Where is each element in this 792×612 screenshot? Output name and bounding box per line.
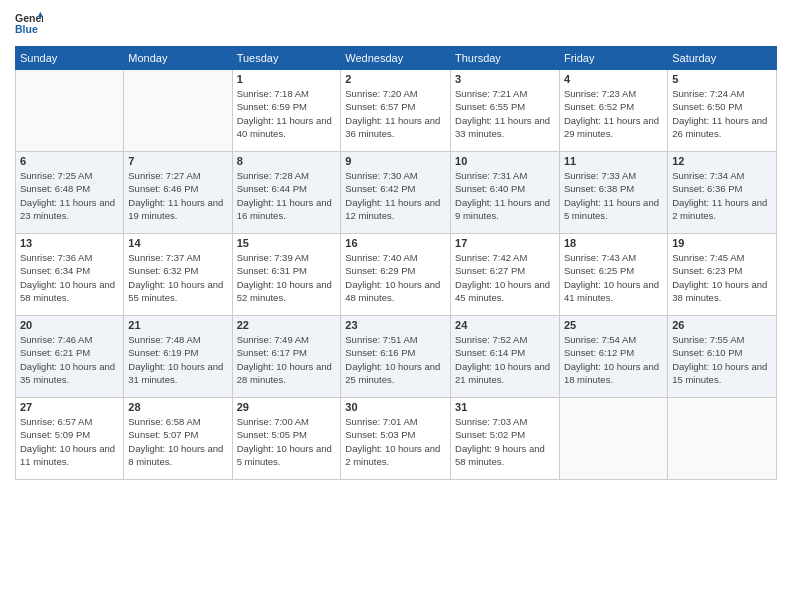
- weekday-header-friday: Friday: [559, 47, 667, 70]
- day-number: 25: [564, 319, 663, 331]
- day-info: Sunrise: 7:36 AM Sunset: 6:34 PM Dayligh…: [20, 251, 119, 304]
- calendar-cell: [559, 398, 667, 480]
- day-info: Sunrise: 7:21 AM Sunset: 6:55 PM Dayligh…: [455, 87, 555, 140]
- calendar-cell: 8Sunrise: 7:28 AM Sunset: 6:44 PM Daylig…: [232, 152, 341, 234]
- day-number: 31: [455, 401, 555, 413]
- day-number: 7: [128, 155, 227, 167]
- day-info: Sunrise: 7:33 AM Sunset: 6:38 PM Dayligh…: [564, 169, 663, 222]
- calendar-cell: 26Sunrise: 7:55 AM Sunset: 6:10 PM Dayli…: [668, 316, 777, 398]
- calendar-cell: 4Sunrise: 7:23 AM Sunset: 6:52 PM Daylig…: [559, 70, 667, 152]
- day-info: Sunrise: 7:18 AM Sunset: 6:59 PM Dayligh…: [237, 87, 337, 140]
- calendar-cell: 10Sunrise: 7:31 AM Sunset: 6:40 PM Dayli…: [451, 152, 560, 234]
- logo-icon: General Blue: [15, 10, 43, 38]
- calendar-cell: 28Sunrise: 6:58 AM Sunset: 5:07 PM Dayli…: [124, 398, 232, 480]
- day-info: Sunrise: 7:20 AM Sunset: 6:57 PM Dayligh…: [345, 87, 446, 140]
- calendar-cell: 1Sunrise: 7:18 AM Sunset: 6:59 PM Daylig…: [232, 70, 341, 152]
- weekday-header-monday: Monday: [124, 47, 232, 70]
- calendar-cell: 18Sunrise: 7:43 AM Sunset: 6:25 PM Dayli…: [559, 234, 667, 316]
- page: General Blue SundayMondayTuesdayWednesda…: [0, 0, 792, 612]
- weekday-header-thursday: Thursday: [451, 47, 560, 70]
- day-info: Sunrise: 7:34 AM Sunset: 6:36 PM Dayligh…: [672, 169, 772, 222]
- week-row-1: 1Sunrise: 7:18 AM Sunset: 6:59 PM Daylig…: [16, 70, 777, 152]
- week-row-3: 13Sunrise: 7:36 AM Sunset: 6:34 PM Dayli…: [16, 234, 777, 316]
- day-info: Sunrise: 7:03 AM Sunset: 5:02 PM Dayligh…: [455, 415, 555, 468]
- day-number: 3: [455, 73, 555, 85]
- calendar-cell: 3Sunrise: 7:21 AM Sunset: 6:55 PM Daylig…: [451, 70, 560, 152]
- logo: General Blue: [15, 10, 43, 38]
- day-number: 18: [564, 237, 663, 249]
- calendar-cell: [16, 70, 124, 152]
- calendar-cell: 7Sunrise: 7:27 AM Sunset: 6:46 PM Daylig…: [124, 152, 232, 234]
- calendar-cell: 21Sunrise: 7:48 AM Sunset: 6:19 PM Dayli…: [124, 316, 232, 398]
- calendar-cell: 9Sunrise: 7:30 AM Sunset: 6:42 PM Daylig…: [341, 152, 451, 234]
- calendar-cell: 19Sunrise: 7:45 AM Sunset: 6:23 PM Dayli…: [668, 234, 777, 316]
- day-number: 12: [672, 155, 772, 167]
- day-number: 20: [20, 319, 119, 331]
- calendar-cell: 29Sunrise: 7:00 AM Sunset: 5:05 PM Dayli…: [232, 398, 341, 480]
- calendar-cell: 13Sunrise: 7:36 AM Sunset: 6:34 PM Dayli…: [16, 234, 124, 316]
- day-number: 17: [455, 237, 555, 249]
- day-number: 5: [672, 73, 772, 85]
- day-number: 1: [237, 73, 337, 85]
- day-number: 8: [237, 155, 337, 167]
- calendar-cell: 12Sunrise: 7:34 AM Sunset: 6:36 PM Dayli…: [668, 152, 777, 234]
- calendar-cell: 11Sunrise: 7:33 AM Sunset: 6:38 PM Dayli…: [559, 152, 667, 234]
- day-number: 30: [345, 401, 446, 413]
- day-info: Sunrise: 7:00 AM Sunset: 5:05 PM Dayligh…: [237, 415, 337, 468]
- day-number: 19: [672, 237, 772, 249]
- day-number: 9: [345, 155, 446, 167]
- svg-text:Blue: Blue: [15, 23, 38, 35]
- day-info: Sunrise: 7:23 AM Sunset: 6:52 PM Dayligh…: [564, 87, 663, 140]
- day-info: Sunrise: 7:42 AM Sunset: 6:27 PM Dayligh…: [455, 251, 555, 304]
- day-number: 24: [455, 319, 555, 331]
- calendar-cell: 27Sunrise: 6:57 AM Sunset: 5:09 PM Dayli…: [16, 398, 124, 480]
- day-info: Sunrise: 7:48 AM Sunset: 6:19 PM Dayligh…: [128, 333, 227, 386]
- day-info: Sunrise: 7:51 AM Sunset: 6:16 PM Dayligh…: [345, 333, 446, 386]
- day-number: 6: [20, 155, 119, 167]
- weekday-header-row: SundayMondayTuesdayWednesdayThursdayFrid…: [16, 47, 777, 70]
- calendar-cell: 17Sunrise: 7:42 AM Sunset: 6:27 PM Dayli…: [451, 234, 560, 316]
- calendar-cell: [124, 70, 232, 152]
- day-info: Sunrise: 7:30 AM Sunset: 6:42 PM Dayligh…: [345, 169, 446, 222]
- day-number: 4: [564, 73, 663, 85]
- calendar-cell: 30Sunrise: 7:01 AM Sunset: 5:03 PM Dayli…: [341, 398, 451, 480]
- day-info: Sunrise: 7:49 AM Sunset: 6:17 PM Dayligh…: [237, 333, 337, 386]
- calendar-cell: 22Sunrise: 7:49 AM Sunset: 6:17 PM Dayli…: [232, 316, 341, 398]
- day-info: Sunrise: 7:45 AM Sunset: 6:23 PM Dayligh…: [672, 251, 772, 304]
- calendar-cell: 2Sunrise: 7:20 AM Sunset: 6:57 PM Daylig…: [341, 70, 451, 152]
- day-info: Sunrise: 7:46 AM Sunset: 6:21 PM Dayligh…: [20, 333, 119, 386]
- day-number: 23: [345, 319, 446, 331]
- calendar-cell: 6Sunrise: 7:25 AM Sunset: 6:48 PM Daylig…: [16, 152, 124, 234]
- calendar-cell: 31Sunrise: 7:03 AM Sunset: 5:02 PM Dayli…: [451, 398, 560, 480]
- calendar-cell: 23Sunrise: 7:51 AM Sunset: 6:16 PM Dayli…: [341, 316, 451, 398]
- day-number: 11: [564, 155, 663, 167]
- day-info: Sunrise: 7:28 AM Sunset: 6:44 PM Dayligh…: [237, 169, 337, 222]
- calendar-cell: 20Sunrise: 7:46 AM Sunset: 6:21 PM Dayli…: [16, 316, 124, 398]
- day-info: Sunrise: 6:57 AM Sunset: 5:09 PM Dayligh…: [20, 415, 119, 468]
- day-number: 22: [237, 319, 337, 331]
- day-info: Sunrise: 7:31 AM Sunset: 6:40 PM Dayligh…: [455, 169, 555, 222]
- day-number: 2: [345, 73, 446, 85]
- day-info: Sunrise: 7:24 AM Sunset: 6:50 PM Dayligh…: [672, 87, 772, 140]
- calendar-cell: 14Sunrise: 7:37 AM Sunset: 6:32 PM Dayli…: [124, 234, 232, 316]
- day-number: 16: [345, 237, 446, 249]
- weekday-header-sunday: Sunday: [16, 47, 124, 70]
- day-number: 28: [128, 401, 227, 413]
- calendar-cell: 24Sunrise: 7:52 AM Sunset: 6:14 PM Dayli…: [451, 316, 560, 398]
- weekday-header-tuesday: Tuesday: [232, 47, 341, 70]
- weekday-header-wednesday: Wednesday: [341, 47, 451, 70]
- day-info: Sunrise: 7:54 AM Sunset: 6:12 PM Dayligh…: [564, 333, 663, 386]
- day-info: Sunrise: 7:43 AM Sunset: 6:25 PM Dayligh…: [564, 251, 663, 304]
- day-info: Sunrise: 7:39 AM Sunset: 6:31 PM Dayligh…: [237, 251, 337, 304]
- week-row-2: 6Sunrise: 7:25 AM Sunset: 6:48 PM Daylig…: [16, 152, 777, 234]
- day-number: 13: [20, 237, 119, 249]
- week-row-5: 27Sunrise: 6:57 AM Sunset: 5:09 PM Dayli…: [16, 398, 777, 480]
- header: General Blue: [15, 10, 777, 38]
- day-info: Sunrise: 7:55 AM Sunset: 6:10 PM Dayligh…: [672, 333, 772, 386]
- day-number: 26: [672, 319, 772, 331]
- day-info: Sunrise: 7:01 AM Sunset: 5:03 PM Dayligh…: [345, 415, 446, 468]
- day-number: 15: [237, 237, 337, 249]
- week-row-4: 20Sunrise: 7:46 AM Sunset: 6:21 PM Dayli…: [16, 316, 777, 398]
- day-info: Sunrise: 7:40 AM Sunset: 6:29 PM Dayligh…: [345, 251, 446, 304]
- day-info: Sunrise: 6:58 AM Sunset: 5:07 PM Dayligh…: [128, 415, 227, 468]
